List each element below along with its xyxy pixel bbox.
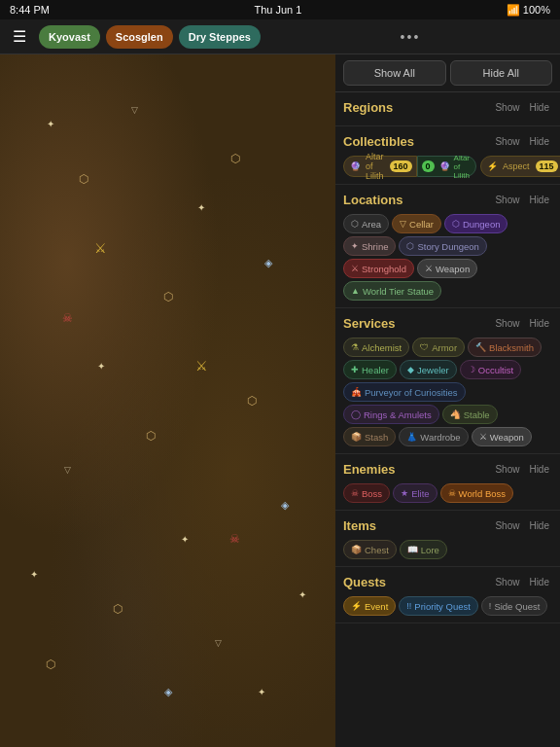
show-button-items[interactable]: Show — [492, 519, 522, 532]
tag-enemies-elite[interactable]: ★Elite — [393, 483, 437, 503]
tag-services-weapon[interactable]: ⚔Weapon — [472, 427, 532, 446]
tag-locations-world-tier-statue[interactable]: ▲World Tier Statue — [343, 281, 441, 301]
map-icon-waypoint-6[interactable]: ◈ — [264, 256, 272, 268]
tag-services-stable[interactable]: 🐴Stable — [442, 405, 498, 424]
collectible-item-0[interactable]: 🔮Altar of Lilith1600🔮Altar of Lilith — [343, 156, 476, 177]
show-button-collectibles[interactable]: Show — [492, 135, 522, 148]
collectible-icon-0: 🔮 — [350, 161, 361, 171]
tag-icon-10: 👗 — [406, 432, 417, 442]
map-icon-dungeon-8[interactable]: ⬡ — [146, 429, 156, 443]
filter-kyovast-button[interactable]: Kyovast — [39, 25, 100, 49]
tag-quests-side-quest[interactable]: !Side Quest — [481, 596, 548, 616]
tag-services-wardrobe[interactable]: 👗Wardrobe — [399, 427, 468, 446]
panel-top-buttons: Show All Hide All — [335, 54, 560, 92]
hide-button-collectibles[interactable]: Hide — [526, 135, 552, 148]
collectible-left-1[interactable]: ⚡Aspect115 — [480, 156, 560, 177]
map-icon-waypoint-18[interactable]: ◈ — [164, 686, 172, 698]
map-icon-shrine-0[interactable]: ✦ — [47, 119, 54, 129]
map-icon-stronghold-20[interactable]: ⚔ — [94, 240, 107, 256]
tag-locations-weapon[interactable]: ⚔Weapon — [417, 259, 477, 278]
show-all-button[interactable]: Show All — [343, 60, 446, 86]
tag-services-purveyor-of-curiosities[interactable]: 🎪Purveyor of Curiosities — [343, 382, 466, 402]
map-icon-boss-22[interactable]: ☠ — [62, 311, 73, 325]
map-icon-shrine-10[interactable]: ✦ — [181, 534, 189, 545]
hide-button-quests[interactable]: Hide — [526, 576, 552, 588]
tag-label-1: Lore — [421, 545, 439, 555]
show-button-regions[interactable]: Show — [492, 101, 522, 114]
map-icon-dungeon-11[interactable]: ⬡ — [247, 394, 257, 408]
collectible-item-1[interactable]: ⚡Aspect1150⚡Aspect — [480, 156, 560, 177]
tag-icon-2: ☠ — [448, 488, 456, 498]
menu-button[interactable]: ☰ — [6, 24, 33, 50]
tag-label-9: Stash — [365, 432, 388, 443]
section-title-locations: Locations — [343, 193, 402, 207]
filter-scosglen-button[interactable]: Scosglen — [106, 25, 173, 49]
tag-label-7: Rings & Amulets — [364, 409, 432, 420]
tag-quests-priority-quest[interactable]: !!Priority Quest — [399, 596, 478, 616]
hide-button-regions[interactable]: Hide — [526, 101, 552, 114]
hide-button-services[interactable]: Hide — [526, 317, 552, 330]
collectible-done-count-0: 0 — [422, 160, 435, 172]
hide-button-enemies[interactable]: Hide — [526, 463, 552, 476]
map-icon-dungeon-5[interactable]: ⬡ — [230, 152, 240, 165]
tag-items-chest[interactable]: 📦Chest — [343, 540, 397, 559]
tag-locations-shrine[interactable]: ✦Shrine — [343, 236, 396, 256]
map-icon-stronghold-21[interactable]: ⚔ — [195, 358, 208, 374]
tag-label-3: Healer — [362, 365, 389, 375]
map-icon-dungeon-1[interactable]: ⬡ — [79, 172, 88, 186]
sections-container: RegionsShowHideCollectiblesShowHide🔮Alta… — [335, 92, 560, 623]
tag-locations-story-dungeon[interactable]: ⬡Story Dungeon — [399, 236, 486, 256]
right-panel[interactable]: Show All Hide All RegionsShowHideCollect… — [335, 54, 560, 747]
tag-icon-8: 🐴 — [450, 409, 461, 419]
tag-items-lore[interactable]: 📖Lore — [400, 540, 447, 559]
map-icon-shrine-7[interactable]: ✦ — [97, 361, 105, 372]
map-icon-shrine-13[interactable]: ✦ — [30, 569, 38, 580]
map-icon-cellar-9[interactable]: ▽ — [64, 465, 71, 475]
section-controls-enemies: ShowHide — [492, 463, 552, 476]
status-time: 8:44 PM — [10, 4, 50, 16]
tag-services-blacksmith[interactable]: 🔨Blacksmith — [468, 338, 542, 357]
section-header-locations: LocationsShowHide — [343, 189, 552, 210]
map-icon-cellar-15[interactable]: ▽ — [215, 638, 222, 648]
show-button-quests[interactable]: Show — [492, 576, 522, 588]
tag-services-healer[interactable]: ✚Healer — [343, 360, 397, 379]
tag-enemies-world-boss[interactable]: ☠World Boss — [440, 483, 513, 503]
tag-icon-2: ⬡ — [452, 219, 460, 229]
tag-services-rings-&-amulets[interactable]: ◯Rings & Amulets — [343, 405, 439, 424]
map-icon-dungeon-4[interactable]: ⬡ — [163, 290, 173, 303]
tag-icon-11: ⚔ — [479, 432, 487, 442]
hide-button-items[interactable]: Hide — [526, 519, 552, 532]
section-header-enemies: EnemiesShowHide — [343, 458, 552, 480]
map-icon-cellar-2[interactable]: ▽ — [131, 105, 138, 115]
tag-services-stash[interactable]: 📦Stash — [343, 427, 396, 446]
map-icon-shrine-3[interactable]: ✦ — [197, 201, 205, 212]
tag-services-jeweler[interactable]: ◆Jeweler — [400, 360, 457, 379]
show-button-locations[interactable]: Show — [492, 194, 522, 206]
tag-services-occultist[interactable]: ☽Occultist — [460, 360, 521, 379]
map-icon-dungeon-14[interactable]: ⬡ — [113, 602, 122, 616]
tag-locations-cellar[interactable]: ▽Cellar — [392, 214, 441, 233]
collectible-right-0[interactable]: 0🔮Altar of Lilith — [417, 156, 476, 177]
hide-all-button[interactable]: Hide All — [450, 60, 553, 86]
tag-locations-stronghold[interactable]: ⚔Stronghold — [343, 259, 414, 278]
tag-quests-event[interactable]: ⚡Event — [343, 596, 396, 616]
show-button-enemies[interactable]: Show — [492, 463, 522, 476]
hide-button-locations[interactable]: Hide — [526, 194, 552, 206]
tag-services-alchemist[interactable]: ⚗Alchemist — [343, 338, 409, 357]
map-icon-boss-23[interactable]: ☠ — [229, 532, 240, 546]
map-area[interactable]: ✦⬡▽✦⬡⬡◈✦⬡▽✦⬡◈✦⬡▽✦⬡◈✦⚔⚔☠☠ — [0, 54, 335, 747]
collectible-icon-1: ⚡ — [487, 161, 498, 171]
tag-services-armor[interactable]: 🛡Armor — [412, 338, 465, 357]
tag-locations-area[interactable]: ⬡Area — [343, 214, 389, 233]
tag-locations-dungeon[interactable]: ⬡Dungeon — [444, 214, 508, 233]
show-button-services[interactable]: Show — [492, 317, 522, 330]
map-icon-waypoint-12[interactable]: ◈ — [281, 498, 289, 511]
collectible-left-0[interactable]: 🔮Altar of Lilith160 — [343, 156, 417, 177]
tag-enemies-boss[interactable]: ☠Boss — [343, 483, 390, 503]
map-icon-shrine-16[interactable]: ✦ — [298, 589, 306, 600]
filter-dry-steppes-button[interactable]: Dry Steppes — [179, 25, 261, 49]
map-icon-dungeon-17[interactable]: ⬡ — [46, 658, 55, 671]
map-icon-shrine-19[interactable]: ✦ — [258, 687, 265, 697]
section-title-quests: Quests — [343, 575, 386, 589]
nav-bar: ☰ Kyovast Scosglen Dry Steppes ••• — [0, 19, 560, 54]
